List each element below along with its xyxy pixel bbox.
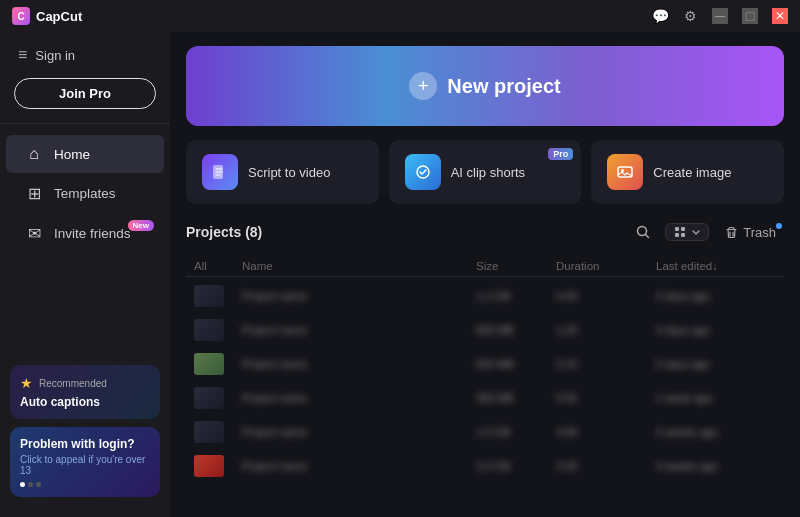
sidebar: ≡ Sign in Join Pro ⌂ Home ⊞ Templates ✉ … — [0, 32, 170, 517]
projects-table: All Name Size Duration Last edited↓ Proj… — [186, 256, 784, 503]
script-icon — [202, 154, 238, 190]
project-thumbnail — [194, 421, 224, 443]
pro-badge: Pro — [548, 148, 573, 160]
svg-rect-6 — [675, 227, 679, 231]
table-row[interactable]: Project name 500 MB 2:10 5 days ago — [186, 347, 784, 381]
project-size: 2.0 GB — [476, 460, 556, 472]
sign-in-label[interactable]: Sign in — [35, 48, 75, 63]
maximize-button[interactable]: □ — [742, 8, 758, 24]
recommended-card[interactable]: ★ Recommended Auto captions — [10, 365, 160, 419]
projects-actions: Trash — [629, 218, 784, 246]
rec-label: Recommended — [39, 378, 107, 389]
projects-header: Projects (8) — [186, 218, 784, 246]
create-image-card[interactable]: Create image — [591, 140, 784, 204]
script-to-video-label: Script to video — [248, 165, 330, 180]
svg-rect-9 — [681, 233, 685, 237]
script-to-video-card[interactable]: Script to video — [186, 140, 379, 204]
project-duration: 0:55 — [556, 392, 656, 404]
app-name: CapCut — [36, 9, 82, 24]
project-date: 5 days ago — [656, 358, 776, 370]
sidebar-item-templates-label: Templates — [54, 186, 116, 201]
project-duration: 0:45 — [556, 290, 656, 302]
project-duration: 3:00 — [556, 426, 656, 438]
templates-icon: ⊞ — [24, 184, 44, 203]
project-name: Project name — [234, 426, 476, 438]
table-header: All Name Size Duration Last edited↓ — [186, 256, 784, 277]
project-name: Project name — [234, 290, 476, 302]
window-controls: 💬 ⚙ ─ □ ✕ — [652, 8, 788, 24]
create-image-label: Create image — [653, 165, 731, 180]
project-name: Project name — [234, 392, 476, 404]
image-icon — [607, 154, 643, 190]
table-row[interactable]: Project name 2.0 GB 4:30 3 weeks ago — [186, 449, 784, 483]
sidebar-top: ≡ Sign in Join Pro — [0, 32, 170, 124]
main-layout: ≡ Sign in Join Pro ⌂ Home ⊞ Templates ✉ … — [0, 32, 800, 517]
project-thumbnail — [194, 285, 224, 307]
sidebar-item-invite[interactable]: ✉ Invite friends New — [6, 214, 164, 253]
feature-cards: Script to video AI clip shorts Pro — [186, 140, 784, 204]
app-logo: C CapCut — [12, 7, 82, 25]
col-all: All — [194, 260, 234, 272]
app-logo-icon: C — [12, 7, 30, 25]
trash-button[interactable]: Trash — [717, 221, 784, 244]
login-problem-subtitle[interactable]: Click to appeal if you're over 13 — [20, 454, 150, 476]
minimize-button[interactable]: ─ — [712, 8, 728, 24]
login-problem-card[interactable]: Problem with login? Click to appeal if y… — [10, 427, 160, 497]
project-size: 500 MB — [476, 358, 556, 370]
project-thumbnail — [194, 455, 224, 477]
table-row[interactable]: Project name 1.2 GB 0:45 2 days ago — [186, 279, 784, 313]
dot-3 — [36, 482, 41, 487]
project-name: Project name — [234, 324, 476, 336]
new-project-banner[interactable]: + New project — [186, 46, 784, 126]
project-thumbnail — [194, 387, 224, 409]
titlebar: C CapCut 💬 ⚙ ─ □ ✕ — [0, 0, 800, 32]
project-duration: 2:10 — [556, 358, 656, 370]
new-project-label: New project — [447, 75, 560, 98]
trash-notification-dot — [776, 223, 782, 229]
project-date: 2 days ago — [656, 290, 776, 302]
project-date: 3 weeks ago — [656, 460, 776, 472]
project-thumbnail — [194, 353, 224, 375]
dot-2 — [28, 482, 33, 487]
table-row[interactable]: Project name 1.5 GB 3:00 2 weeks ago — [186, 415, 784, 449]
svg-rect-8 — [675, 233, 679, 237]
sidebar-item-home[interactable]: ⌂ Home — [6, 135, 164, 173]
project-name: Project name — [234, 460, 476, 472]
carousel-dots — [20, 482, 150, 487]
ai-clip-shorts-card[interactable]: AI clip shorts Pro — [389, 140, 582, 204]
projects-title: Projects (8) — [186, 224, 262, 240]
project-name: Project name — [234, 358, 476, 370]
join-pro-button[interactable]: Join Pro — [14, 78, 156, 109]
star-icon: ★ — [20, 375, 33, 391]
trash-label: Trash — [743, 225, 776, 240]
project-duration: 4:30 — [556, 460, 656, 472]
view-toggle[interactable] — [665, 223, 709, 241]
settings-icon[interactable]: ⚙ — [682, 8, 698, 24]
rec-header: ★ Recommended — [20, 375, 150, 391]
login-problem-title: Problem with login? — [20, 437, 150, 451]
svg-rect-7 — [681, 227, 685, 231]
rec-title: Auto captions — [20, 395, 150, 409]
table-row[interactable]: Project name 300 MB 0:55 1 week ago — [186, 381, 784, 415]
svg-line-5 — [646, 235, 649, 238]
sidebar-item-templates[interactable]: ⊞ Templates — [6, 174, 164, 213]
svg-point-3 — [621, 169, 624, 172]
col-size: Size — [476, 260, 556, 272]
project-size: 1.2 GB — [476, 290, 556, 302]
table-row[interactable]: Project name 800 MB 1:20 3 days ago — [186, 313, 784, 347]
ai-clip-shorts-label: AI clip shorts — [451, 165, 525, 180]
chat-icon[interactable]: 💬 — [652, 8, 668, 24]
project-size: 300 MB — [476, 392, 556, 404]
col-last-edited: Last edited↓ — [656, 260, 776, 272]
sidebar-nav: ⌂ Home ⊞ Templates ✉ Invite friends New — [0, 124, 170, 355]
col-duration: Duration — [556, 260, 656, 272]
sign-in-row[interactable]: ≡ Sign in — [14, 42, 156, 68]
sidebar-bottom: ★ Recommended Auto captions Problem with… — [0, 355, 170, 507]
home-icon: ⌂ — [24, 145, 44, 163]
close-button[interactable]: ✕ — [772, 8, 788, 24]
project-date: 1 week ago — [656, 392, 776, 404]
dot-1 — [20, 482, 25, 487]
project-thumbnail — [194, 319, 224, 341]
project-duration: 1:20 — [556, 324, 656, 336]
search-button[interactable] — [629, 218, 657, 246]
